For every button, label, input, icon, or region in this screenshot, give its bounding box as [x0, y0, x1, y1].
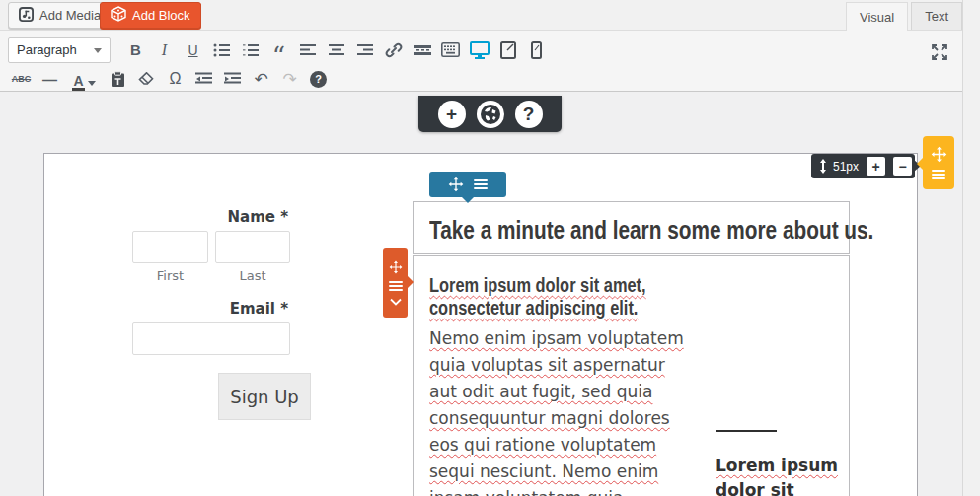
blockquote-button[interactable]: “	[265, 38, 292, 62]
column-drag-handle[interactable]	[429, 172, 506, 197]
toolbar-toggle-button[interactable]	[437, 38, 464, 62]
clipboard-icon	[111, 71, 125, 88]
clear-formatting-button[interactable]	[133, 67, 160, 91]
chevron-down-icon	[94, 48, 102, 53]
toolbar-row-2: ABC — A Ω ↶ ↷ ?	[0, 64, 962, 94]
editor-mode-tabs: Visual Text	[843, 2, 962, 31]
bullet-list-button[interactable]	[208, 38, 235, 62]
headline-block[interactable]: Take a minute and learn some more about …	[413, 201, 850, 254]
preview-desktop-button[interactable]	[466, 38, 492, 62]
bold-button[interactable]: B	[122, 38, 149, 62]
monitor-icon	[470, 41, 490, 59]
paste-as-text-button[interactable]	[105, 67, 131, 91]
chevron-down-icon	[88, 81, 96, 86]
align-center-button[interactable]	[323, 38, 349, 62]
lead-paragraph: Lorem ipsum dolor sit amet, consectetur …	[429, 274, 646, 319]
horizontal-rule-button[interactable]: —	[37, 67, 63, 91]
move-icon	[448, 177, 464, 192]
aside-paragraph: Lorem ipsum dolor sit amet.	[716, 454, 846, 496]
last-name-input[interactable]	[215, 231, 290, 263]
menu-icon[interactable]	[389, 281, 403, 291]
paragraph-select-value: Paragraph	[17, 42, 77, 57]
text-color-a: A	[72, 74, 84, 91]
align-right-button[interactable]	[351, 38, 378, 62]
chevron-down-icon	[390, 298, 402, 306]
add-block-button[interactable]: Add Block	[100, 2, 201, 29]
page-content-section: Name * First Last Email * Sign Up Take a…	[43, 153, 918, 496]
name-field-label: Name *	[132, 208, 288, 226]
redo-button[interactable]: ↷	[276, 67, 303, 91]
scrollbar-track[interactable]	[962, 0, 980, 496]
last-sublabel: Last	[215, 268, 290, 283]
bullet-list-icon	[213, 42, 231, 58]
align-right-icon	[357, 43, 373, 57]
first-name-input[interactable]	[132, 231, 208, 263]
row-height-value: 51px	[833, 160, 859, 174]
formatting-toolbar: Paragraph B I U “	[0, 30, 962, 92]
media-icon	[19, 7, 34, 25]
move-icon	[389, 260, 403, 274]
element-drag-handle[interactable]	[383, 248, 408, 318]
tablet-icon	[500, 41, 516, 59]
fullscreen-button[interactable]	[926, 40, 952, 64]
text-color-button[interactable]: A	[65, 67, 103, 91]
preview-tablet-button[interactable]	[494, 38, 521, 62]
builder-toolbar: + ?	[418, 96, 562, 132]
section-title: Take a minute and learn some more about …	[429, 215, 873, 246]
builder-globe-button[interactable]	[477, 101, 504, 128]
read-more-button[interactable]	[409, 38, 435, 62]
undo-button[interactable]: ↶	[248, 67, 274, 91]
row-drag-handle[interactable]	[923, 136, 954, 189]
align-left-icon	[300, 43, 316, 57]
align-center-icon	[329, 43, 344, 57]
expand-icon	[930, 42, 949, 62]
numbered-list-icon	[242, 42, 260, 58]
decrease-height-button[interactable]: −	[893, 157, 912, 176]
wordpress-editor-screen: Add Media Add Block Visual Text Paragrap…	[0, 0, 980, 496]
outdent-icon	[195, 72, 212, 86]
outdent-button[interactable]	[190, 67, 217, 91]
keyboard-icon	[441, 42, 460, 57]
menu-icon[interactable]	[932, 170, 945, 179]
toolbar-row-1: Paragraph B I U “	[0, 31, 962, 64]
indent-icon	[224, 72, 241, 86]
tab-visual[interactable]: Visual	[846, 2, 908, 31]
link-icon	[385, 41, 403, 59]
increase-height-button[interactable]: +	[867, 157, 885, 176]
italic-button[interactable]: I	[151, 38, 178, 62]
signup-button[interactable]: Sign Up	[218, 373, 311, 420]
link-button[interactable]	[380, 38, 407, 62]
add-media-button[interactable]: Add Media	[8, 2, 112, 29]
globe-icon	[479, 103, 502, 126]
indent-button[interactable]	[219, 67, 246, 91]
text-block[interactable]: Lorem ipsum dolor sit amet, consectetur …	[413, 255, 850, 496]
block-dice-icon	[111, 6, 126, 25]
add-block-label: Add Block	[132, 8, 190, 23]
resize-vertical-icon	[819, 159, 827, 174]
strikethrough-button[interactable]: ABC	[8, 67, 35, 91]
preview-phone-button[interactable]	[523, 38, 550, 62]
help-button[interactable]: ?	[305, 67, 332, 91]
tab-text[interactable]: Text	[911, 2, 962, 30]
read-more-icon	[414, 43, 431, 57]
move-icon	[931, 146, 947, 163]
body-paragraph: Nemo enim ipsam voluptatem quia voluptas…	[429, 325, 725, 496]
menu-icon[interactable]	[474, 179, 488, 189]
aside-divider	[716, 430, 777, 432]
row-height-tooltip: 51px + −	[811, 154, 915, 178]
builder-add-button[interactable]: +	[438, 101, 466, 128]
phone-icon	[531, 41, 542, 59]
add-media-label: Add Media	[39, 8, 101, 23]
paragraph-format-select[interactable]: Paragraph	[8, 37, 111, 63]
help-icon: ?	[310, 71, 327, 88]
align-left-button[interactable]	[294, 38, 321, 62]
email-input[interactable]	[132, 322, 290, 355]
eraser-icon	[138, 72, 155, 86]
builder-help-button[interactable]: ?	[515, 101, 543, 128]
editor-header: Add Media Add Block Visual Text	[0, 0, 962, 30]
numbered-list-button[interactable]	[237, 38, 264, 62]
editor-canvas: + ? Name * First Last Email * Sign Up Ta…	[0, 92, 962, 496]
first-sublabel: First	[132, 268, 208, 283]
underline-button[interactable]: U	[180, 38, 206, 62]
special-char-button[interactable]: Ω	[162, 67, 188, 91]
